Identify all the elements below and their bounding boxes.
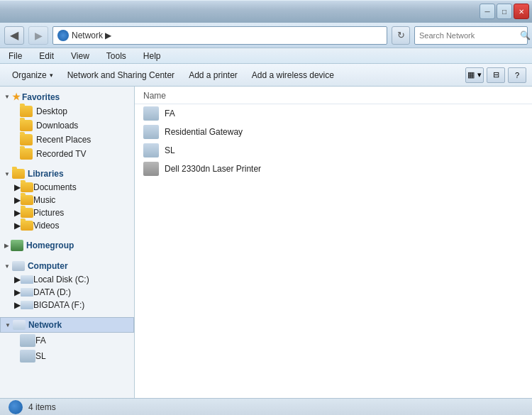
- homegroup-header[interactable]: ▶ Homegroup: [0, 238, 134, 253]
- refresh-button[interactable]: ↻: [392, 26, 410, 45]
- sidebar-item-pictures[interactable]: ▶ Pictures: [0, 206, 134, 219]
- sidebar-item-fa[interactable]: FA: [0, 333, 134, 348]
- folder-icon: [21, 182, 33, 192]
- toolbar: Organize ▾ Network and Sharing Center Ad…: [0, 64, 532, 87]
- sub-expand-icon: ▶: [14, 287, 21, 297]
- disk-icon: [21, 275, 33, 284]
- close-button[interactable]: ✕: [514, 4, 529, 19]
- network-header[interactable]: ▼ Network: [0, 317, 134, 333]
- search-input[interactable]: [419, 31, 517, 40]
- menu-file[interactable]: File: [6, 50, 25, 62]
- column-header-name: Name: [135, 87, 532, 104]
- address-network-icon: [57, 30, 69, 41]
- folder-icon: [20, 120, 33, 131]
- sidebar-item-downloads[interactable]: Downloads: [0, 118, 134, 133]
- sub-expand-icon: ▶: [14, 221, 21, 231]
- status-bar: 4 items: [0, 398, 532, 415]
- sidebar-item-recent-places[interactable]: Recent Places: [0, 133, 134, 147]
- menu-edit[interactable]: Edit: [36, 50, 57, 62]
- sidebar-item-sl[interactable]: SL: [0, 348, 134, 364]
- content-item-sl[interactable]: SL: [135, 141, 532, 160]
- search-bar[interactable]: 🔍: [414, 26, 528, 45]
- back-button[interactable]: ◀: [4, 26, 24, 45]
- folder-icon: [21, 195, 33, 205]
- folder-icon: [21, 221, 33, 231]
- folder-icon: [20, 106, 33, 117]
- address-bar[interactable]: Network ▶: [52, 26, 387, 45]
- favorites-section: ▼ ★ Favorites Desktop Downloads Recent P…: [0, 87, 134, 164]
- network-device-icon: [143, 106, 159, 121]
- homegroup-expand-icon: ▶: [4, 243, 9, 249]
- computer-header[interactable]: ▼ Computer: [0, 259, 134, 273]
- toolbar-right: ▦ ▾ ⊟ ?: [465, 67, 526, 83]
- homegroup-icon: [11, 240, 23, 251]
- item-count-label: 4 items: [28, 402, 56, 412]
- content-item-fa[interactable]: FA: [135, 104, 532, 123]
- network-device-icon: [20, 334, 35, 347]
- sidebar-item-data-d[interactable]: ▶ DATA (D:): [0, 286, 134, 299]
- minimize-button[interactable]: ─: [480, 4, 495, 19]
- computer-expand-icon: ▼: [4, 263, 10, 270]
- navigation-bar: ◀ ▶ Network ▶ ↻ 🔍: [0, 23, 532, 48]
- homegroup-section: ▶ Homegroup: [0, 235, 134, 256]
- homegroup-label: Homegroup: [26, 240, 74, 250]
- sidebar-item-recorded-tv[interactable]: Recorded TV: [0, 147, 134, 161]
- folder-icon: [20, 148, 33, 160]
- help-button[interactable]: ?: [508, 67, 526, 83]
- sub-expand-icon: ▶: [14, 195, 21, 205]
- computer-section: ▼ Computer ▶ Local Disk (C:) ▶ DATA (D:)…: [0, 256, 134, 314]
- menu-help[interactable]: Help: [140, 50, 164, 62]
- title-bar: ─ □ ✕: [0, 0, 532, 23]
- star-icon: ★: [12, 92, 21, 102]
- libraries-folder-icon: [12, 169, 25, 179]
- forward-button[interactable]: ▶: [28, 26, 48, 45]
- sub-expand-icon: ▶: [14, 208, 21, 218]
- computer-icon: [12, 261, 25, 271]
- disk-icon: [21, 288, 33, 297]
- libraries-expand-icon: ▼: [4, 171, 10, 177]
- sidebar-item-desktop[interactable]: Desktop: [0, 104, 134, 118]
- sidebar-item-documents[interactable]: ▶ Documents: [0, 181, 134, 194]
- network-sharing-button[interactable]: Network and Sharing Center: [61, 66, 181, 84]
- disk-icon: [21, 301, 33, 309]
- address-text: Network ▶: [72, 31, 382, 40]
- computer-label: Computer: [28, 261, 68, 271]
- window-controls: ─ □ ✕: [480, 4, 529, 19]
- sidebar-item-videos[interactable]: ▶ Videos: [0, 219, 134, 232]
- favorites-label: Favorites: [22, 92, 60, 102]
- add-wireless-button[interactable]: Add a wireless device: [245, 66, 340, 84]
- organize-chevron-icon: ▾: [50, 72, 53, 79]
- sub-expand-icon: ▶: [14, 300, 21, 310]
- network-device-icon: [143, 143, 159, 157]
- printer-icon: [143, 162, 159, 176]
- globe-icon: [9, 400, 23, 414]
- network-device-icon: [20, 350, 35, 363]
- pane-toggle-button[interactable]: ⊟: [487, 67, 505, 83]
- organize-button[interactable]: Organize ▾: [6, 66, 60, 84]
- sidebar-item-music[interactable]: ▶ Music: [0, 194, 134, 206]
- network-label: Network: [28, 320, 62, 330]
- sidebar-item-bigdata-f[interactable]: ▶ BIGDATA (F:): [0, 299, 134, 311]
- network-device-icon: [143, 125, 159, 139]
- content-item-printer[interactable]: Dell 2330dn Laser Printer: [135, 160, 532, 178]
- search-icon[interactable]: 🔍: [520, 31, 531, 40]
- sub-expand-icon: ▶: [14, 275, 21, 284]
- menu-tools[interactable]: Tools: [104, 50, 129, 62]
- favorites-header[interactable]: ▼ ★ Favorites: [0, 89, 134, 104]
- sidebar-item-local-disk[interactable]: ▶ Local Disk (C:): [0, 273, 134, 286]
- libraries-section: ▼ Libraries ▶ Documents ▶ Music ▶ Pictur…: [0, 164, 134, 235]
- libraries-header[interactable]: ▼ Libraries: [0, 167, 134, 181]
- folder-icon: [20, 134, 33, 145]
- libraries-label: Libraries: [28, 169, 64, 179]
- content-item-residential-gateway[interactable]: Residential Gateway: [135, 123, 532, 141]
- view-options-button[interactable]: ▦ ▾: [465, 67, 484, 83]
- network-expand-icon: ▼: [5, 322, 11, 328]
- menu-view[interactable]: View: [68, 50, 92, 62]
- network-section: ▼ Network FA SL: [0, 314, 134, 367]
- menu-bar: File Edit View Tools Help: [0, 48, 532, 64]
- sub-expand-icon: ▶: [14, 182, 21, 192]
- sidebar: ▼ ★ Favorites Desktop Downloads Recent P…: [0, 87, 135, 398]
- add-printer-button[interactable]: Add a printer: [182, 66, 244, 84]
- maximize-button[interactable]: □: [497, 4, 512, 19]
- favorites-expand-icon: ▼: [4, 94, 10, 100]
